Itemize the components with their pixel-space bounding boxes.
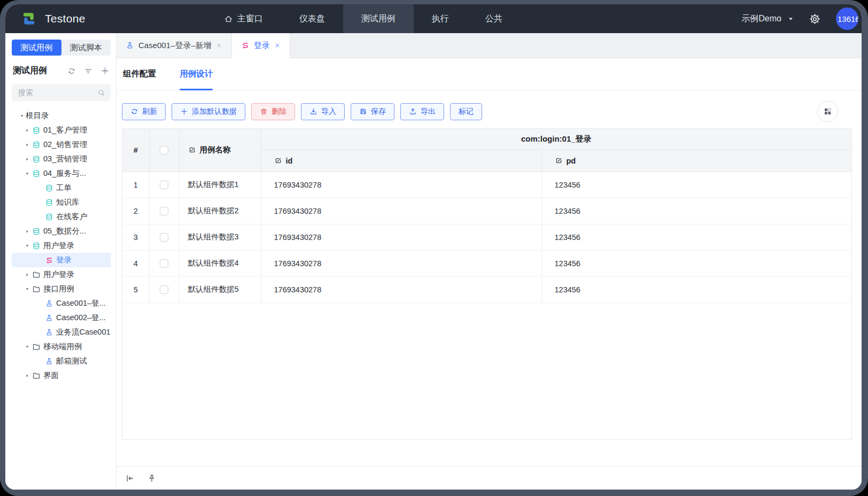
tree-item-label: 01_客户管理	[43, 125, 87, 135]
button-label: 保存	[371, 107, 386, 117]
column-settings-button[interactable]	[817, 101, 838, 122]
tree-caret-icon[interactable]	[25, 142, 30, 148]
保存-button[interactable]: 保存	[351, 103, 394, 120]
tree-item[interactable]: 03_营销管理	[12, 152, 111, 166]
cell-index: 4	[122, 250, 149, 276]
search-box	[12, 84, 111, 101]
nav-item-3[interactable]: 执行	[414, 4, 467, 33]
tree-item[interactable]: 05_数据分...	[12, 224, 111, 238]
tree-caret-icon[interactable]	[25, 128, 30, 133]
tree-filter-icon[interactable]	[84, 67, 92, 75]
nav-item-2[interactable]: 测试用例	[343, 4, 414, 33]
cell-index: 2	[122, 198, 149, 224]
tree-item[interactable]: 02_销售管理	[12, 137, 111, 152]
user-avatar[interactable]: 13616	[836, 7, 858, 30]
search-input[interactable]	[17, 88, 97, 97]
sidebar: 测试用例 测试脚本 测试用例 根目录01_客户管理02_销售管理03_营销管理0…	[5, 33, 117, 490]
tree-item[interactable]: 移动端用例	[12, 339, 111, 354]
open-tab[interactable]: 登录	[232, 33, 290, 58]
workspace-selector[interactable]: 示例Demo	[741, 13, 794, 25]
tree-caret-icon[interactable]	[25, 229, 30, 234]
导出-button[interactable]: 导出	[400, 103, 444, 120]
segment-test-cases[interactable]: 测试用例	[12, 40, 61, 56]
col-header-id: id	[261, 150, 541, 172]
nav-item-0[interactable]: 主窗口	[206, 4, 281, 33]
tree-item[interactable]: 业务流Case001	[12, 325, 111, 339]
cell-select	[149, 224, 179, 250]
folder-icon	[32, 285, 41, 293]
tab-close-icon[interactable]	[216, 42, 222, 49]
tree-item[interactable]: 用户登录	[12, 267, 111, 282]
tree-caret-icon[interactable]	[25, 171, 30, 176]
tree-item[interactable]: Case002–登...	[12, 311, 111, 325]
folder-icon	[32, 343, 41, 351]
cell-index: 1	[122, 172, 149, 198]
flask-icon	[126, 41, 134, 50]
tree-item[interactable]: 工单	[12, 181, 111, 195]
settings-gear-icon[interactable]	[809, 13, 821, 25]
cell-select	[149, 198, 179, 224]
tree-caret-icon[interactable]	[25, 272, 30, 277]
detail-tab[interactable]: 用例设计	[180, 58, 213, 90]
cell-id: 17693430278	[261, 224, 541, 250]
tree-item[interactable]: 邮箱测试	[12, 354, 111, 368]
open-tabs-strip: Case001–登录–新增登录	[117, 33, 862, 58]
row-checkbox[interactable]	[160, 259, 168, 268]
detail-tab[interactable]: 组件配置	[123, 58, 156, 90]
tree-item[interactable]: 用户登录	[12, 238, 111, 253]
row-checkbox[interactable]	[160, 207, 168, 215]
select-all-checkbox[interactable]	[160, 146, 168, 154]
case-tree: 根目录01_客户管理02_销售管理03_营销管理04_服务与...工单知识库在线…	[12, 108, 111, 383]
trash-icon	[260, 107, 268, 115]
button-label: 导入	[321, 107, 336, 117]
tree-caret-icon[interactable]	[19, 113, 25, 119]
添加默认数据-button[interactable]: 添加默认数据	[172, 103, 245, 120]
collapse-left-icon[interactable]	[125, 474, 135, 483]
tree-caret-icon[interactable]	[25, 157, 30, 162]
tree-item-label: 工单	[56, 183, 72, 193]
tree-caret-icon[interactable]	[25, 373, 30, 378]
tree-add-icon[interactable]	[100, 66, 110, 75]
tree-caret-icon[interactable]	[25, 344, 30, 350]
导入-button[interactable]: 导入	[301, 103, 345, 120]
tree-refresh-icon[interactable]	[67, 67, 76, 75]
segment-test-scripts[interactable]: 测试脚本	[61, 40, 111, 56]
tree-item[interactable]: 界面	[12, 368, 111, 383]
nav-item-4[interactable]: 公共	[467, 4, 521, 33]
tree-item-label: 02_销售管理	[43, 140, 87, 150]
tree-item-label: 业务流Case001	[56, 327, 111, 337]
tree-item[interactable]: 在线客户	[12, 210, 111, 224]
data-table-container: #用例名称com:login:01_登录idpd1默认组件数据117693430…	[122, 128, 852, 440]
tree-caret-icon[interactable]	[25, 286, 30, 292]
cell-index: 3	[122, 224, 149, 250]
tree-item[interactable]: 04_服务与...	[12, 166, 111, 181]
tree-item[interactable]: 登录	[12, 253, 111, 267]
row-checkbox[interactable]	[160, 285, 168, 294]
tree-item-label: 在线客户	[56, 212, 87, 222]
删除-button[interactable]: 删除	[251, 103, 295, 120]
cell-pd: 123456	[541, 198, 851, 224]
tree-item-label: 用户登录	[43, 269, 74, 280]
tree-item[interactable]: 根目录	[12, 108, 111, 123]
tree-item-label: 03_营销管理	[43, 154, 87, 164]
refresh-icon	[130, 107, 138, 115]
tab-close-icon[interactable]	[274, 42, 281, 49]
刷新-button[interactable]: 刷新	[122, 103, 166, 120]
tree-item[interactable]: 知识库	[12, 195, 111, 210]
标记-button[interactable]: 标记	[450, 103, 482, 120]
row-checkbox[interactable]	[160, 181, 168, 189]
pin-icon[interactable]	[147, 474, 157, 483]
save-icon	[359, 107, 367, 115]
nav-item-1[interactable]: 仪表盘	[281, 4, 343, 33]
tree-item[interactable]: Case001–登...	[12, 296, 111, 311]
row-checkbox[interactable]	[160, 233, 168, 242]
cell-pd: 123456	[541, 172, 851, 198]
chevron-down-icon	[788, 16, 794, 22]
slink-icon	[45, 256, 53, 265]
main-area: Case001–登录–新增登录 组件配置用例设计 刷新添加默认数据删除导入保存导…	[117, 33, 862, 490]
tree-item[interactable]: 01_客户管理	[12, 123, 111, 137]
open-tab[interactable]: Case001–登录–新增	[117, 33, 232, 58]
cell-index: 5	[122, 276, 149, 303]
tree-item[interactable]: 接口用例	[12, 282, 111, 296]
tree-caret-icon[interactable]	[25, 243, 30, 249]
